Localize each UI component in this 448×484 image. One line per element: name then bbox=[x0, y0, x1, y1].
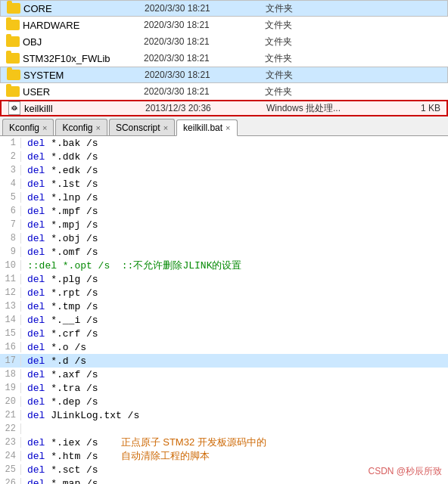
file-date: 2020/3/30 18:21 bbox=[144, 36, 265, 47]
line-number: 21 bbox=[0, 410, 21, 420]
file-row[interactable]: HARDWARE2020/3/30 18:21文件夹 bbox=[0, 17, 448, 33]
tab-keilkill-bat[interactable]: keilkill.bat× bbox=[176, 119, 237, 136]
tab-label: keilkill.bat bbox=[183, 123, 222, 133]
tab-close-icon[interactable]: × bbox=[42, 123, 47, 132]
code-line: 4del *.lst /s bbox=[0, 177, 448, 191]
tab-close-icon[interactable]: × bbox=[226, 123, 230, 132]
tab-kconfig[interactable]: Kconfig× bbox=[55, 119, 107, 135]
code-line: 23del *.iex /s正点原子 STM32 开发板源码中的 bbox=[0, 436, 448, 449]
tab-bar: Kconfig×Kconfig×SConscript×keilkill.bat× bbox=[0, 116, 448, 136]
code-line: 17del *.d /s bbox=[0, 354, 448, 368]
tab-close-icon[interactable]: × bbox=[163, 123, 168, 132]
line-number: 6 bbox=[0, 206, 21, 216]
line-content: del *.lnp /s bbox=[27, 192, 98, 203]
line-content: del *.ddk /s bbox=[27, 151, 98, 163]
file-name: keilkilll bbox=[24, 103, 145, 114]
file-explorer: CORE2020/3/30 18:21文件夹HARDWARE2020/3/30 … bbox=[0, 0, 448, 116]
code-line: 10::del *.opt /s ::不允许删除JLINK的设置 bbox=[0, 259, 448, 272]
code-line: 6del *.mpf /s bbox=[0, 204, 448, 218]
file-type: 文件夹 bbox=[265, 52, 404, 65]
line-content: del *.crf /s bbox=[27, 328, 98, 340]
line-content: del *.iex /s正点原子 STM32 开发板源码中的 bbox=[27, 436, 266, 449]
file-date: 2020/3/30 18:21 bbox=[145, 70, 266, 80]
line-content: del *.lst /s bbox=[27, 178, 98, 190]
folder-icon bbox=[7, 2, 20, 14]
line-number: 17 bbox=[0, 355, 21, 366]
line-content: del *.plg /s bbox=[27, 274, 98, 285]
code-line: 1del *.bak /s bbox=[0, 136, 448, 150]
line-number: 26 bbox=[0, 478, 21, 484]
line-content: del *.omf /s bbox=[27, 247, 98, 258]
file-row[interactable]: SYSTEM2020/3/30 18:21文件夹 bbox=[0, 67, 448, 83]
tab-sconscript[interactable]: SConscript× bbox=[109, 119, 175, 135]
file-name: STM32F10x_FWLib bbox=[23, 53, 144, 64]
file-type: 文件夹 bbox=[265, 36, 404, 48]
folder-icon bbox=[6, 19, 20, 31]
folder-icon bbox=[6, 36, 20, 48]
line-content: del *.d /s bbox=[27, 355, 86, 367]
file-row[interactable]: bat⚙keilkilll2013/12/3 20:36Windows 批处理.… bbox=[0, 100, 448, 116]
line-number: 2 bbox=[0, 151, 21, 162]
file-name: SYSTEM bbox=[23, 70, 145, 81]
code-line: 16del *.o /s bbox=[0, 340, 448, 354]
line-number: 23 bbox=[0, 437, 21, 448]
line-number: 24 bbox=[0, 451, 21, 461]
code-line: 24del *.htm /s自动清除工程的脚本 bbox=[0, 449, 448, 463]
folder-icon bbox=[6, 85, 20, 98]
line-number: 14 bbox=[0, 315, 21, 325]
file-row[interactable]: STM32F10x_FWLib2020/3/30 18:21文件夹 bbox=[0, 50, 448, 67]
tab-label: Kconfig bbox=[62, 123, 92, 133]
code-line: 12del *.rpt /s bbox=[0, 286, 448, 299]
line-number: 16 bbox=[0, 342, 21, 352]
line-number: 8 bbox=[0, 233, 21, 244]
file-date: 2020/3/30 18:21 bbox=[144, 53, 265, 64]
code-line: 15del *.crf /s bbox=[0, 327, 448, 340]
line-number: 9 bbox=[0, 247, 21, 257]
line-number: 19 bbox=[0, 383, 21, 393]
file-type: 文件夹 bbox=[265, 85, 404, 98]
line-content: del *.tra /s bbox=[27, 383, 98, 394]
folder-icon bbox=[7, 69, 20, 81]
line-number: 20 bbox=[0, 396, 21, 407]
line-content: del *.o /s bbox=[27, 342, 86, 353]
line-number: 15 bbox=[0, 328, 21, 339]
line-content: del *.htm /s自动清除工程的脚本 bbox=[27, 449, 210, 463]
file-date: 2013/12/3 20:36 bbox=[145, 103, 266, 113]
line-content: del *.mpf /s bbox=[27, 206, 98, 217]
line-number: 4 bbox=[0, 178, 21, 189]
code-line: 18del *.axf /s bbox=[0, 368, 448, 381]
line-number: 12 bbox=[0, 287, 21, 298]
line-number: 10 bbox=[0, 260, 21, 271]
file-date: 2020/3/30 18:21 bbox=[145, 3, 266, 14]
file-row[interactable]: OBJ2020/3/30 18:21文件夹 bbox=[0, 33, 448, 50]
file-name: USER bbox=[23, 86, 144, 98]
file-type: 文件夹 bbox=[266, 2, 403, 15]
file-row[interactable]: USER2020/3/30 18:21文件夹 bbox=[0, 83, 448, 100]
code-line: 20del *.dep /s bbox=[0, 395, 448, 408]
code-line: 14del *.__i /s bbox=[0, 313, 448, 327]
line-content: del *.mpj /s bbox=[27, 219, 98, 231]
tab-label: Kconfig bbox=[9, 123, 39, 133]
code-line: 2del *.ddk /s bbox=[0, 150, 448, 163]
line-content: del *.edk /s bbox=[27, 165, 98, 176]
code-line: 21del JLinkLog.txt /s bbox=[0, 408, 448, 422]
line-number: 13 bbox=[0, 301, 21, 312]
file-row[interactable]: CORE2020/3/30 18:21文件夹 bbox=[0, 0, 448, 17]
line-content: del *.obj /s bbox=[27, 233, 98, 244]
file-type: Windows 批处理... bbox=[266, 102, 403, 115]
tab-close-icon[interactable]: × bbox=[96, 123, 101, 132]
line-content: del *.tmp /s bbox=[27, 301, 98, 312]
line-content: del *.axf /s bbox=[27, 369, 98, 380]
code-line: 7del *.mpj /s bbox=[0, 218, 448, 231]
line-content: ::del *.opt /s ::不允许删除JLINK的设置 bbox=[27, 259, 241, 272]
line-number: 5 bbox=[0, 192, 21, 203]
file-date: 2020/3/30 18:21 bbox=[144, 20, 265, 30]
code-line: 3del *.edk /s bbox=[0, 163, 448, 177]
file-name: CORE bbox=[23, 3, 145, 14]
line-number: 18 bbox=[0, 369, 21, 380]
line-number: 22 bbox=[0, 424, 21, 434]
line-content: del *.dep /s bbox=[27, 396, 98, 408]
line-number: 1 bbox=[0, 138, 21, 148]
line-content: del *.bak /s bbox=[27, 138, 98, 149]
tab-kconfig[interactable]: Kconfig× bbox=[2, 119, 54, 135]
